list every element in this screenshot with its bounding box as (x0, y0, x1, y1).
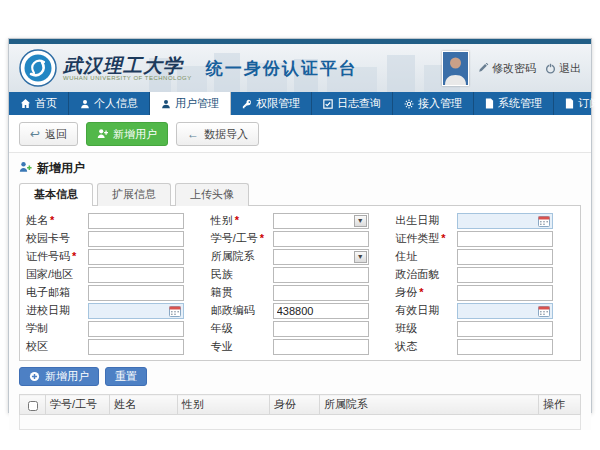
status-field[interactable] (457, 339, 553, 355)
form-cell-country: 国家/地区 (26, 266, 207, 283)
pencil-icon (478, 63, 489, 74)
submit-add-user-button[interactable]: 新增用户 (19, 367, 99, 386)
nav-item-system[interactable]: 系统管理 (474, 92, 554, 115)
form-cell-email: 电子邮箱 (26, 284, 207, 301)
email-label: 电子邮箱 (26, 285, 88, 300)
address-field[interactable] (457, 249, 553, 265)
nav-item-subscription[interactable]: 订阅管理 (554, 92, 600, 115)
form-cell-department: 所属院系▼ (211, 248, 392, 265)
form-cell-id-type: 证件类型* (395, 230, 576, 247)
campus-field[interactable] (88, 339, 184, 355)
add-user-toolbar-button[interactable]: 新增用户 (86, 122, 168, 146)
entry-date-field[interactable] (88, 303, 184, 319)
department-select[interactable]: ▼ (273, 249, 369, 265)
logout-label: 退出 (559, 61, 581, 76)
id-type-label: 证件类型* (395, 231, 457, 246)
nav-item-permissions[interactable]: 权限管理 (231, 92, 312, 115)
chevron-down-icon[interactable]: ▼ (354, 215, 367, 227)
political-status-label: 政治面貌 (395, 267, 457, 282)
header: 武汉理工大学 WUHAN UNIVERSITY OF TECHNOLOGY 统一… (9, 44, 591, 92)
tab-extended-info[interactable]: 扩展信息 (97, 183, 171, 206)
gender-select[interactable]: ▼ (273, 213, 369, 229)
postal-code-field[interactable] (273, 303, 369, 319)
form-actions: 新增用户 重置 (9, 361, 591, 391)
form-cell-status: 状态 (395, 338, 576, 355)
tab-basic-info[interactable]: 基本信息 (19, 183, 93, 206)
calendar-icon[interactable] (538, 215, 550, 227)
name-label: 姓名* (26, 213, 88, 228)
submit-add-user-label: 新增用户 (45, 369, 89, 384)
form-cell-grade: 年级 (211, 320, 392, 337)
reset-button[interactable]: 重置 (105, 367, 147, 386)
arrow-left-icon: ← (187, 128, 199, 140)
table-header-row: 学号/工号姓名性别身份所属院系操作 (20, 395, 581, 415)
check-square-icon (323, 99, 333, 109)
name-field[interactable] (88, 213, 184, 229)
birth-date-field[interactable] (457, 213, 553, 229)
email-field[interactable] (88, 285, 184, 301)
calendar-icon[interactable] (538, 305, 550, 317)
back-button[interactable]: ↩ 返回 (19, 122, 78, 146)
form-cell-class: 班级 (395, 320, 576, 337)
gender-label: 性别* (211, 213, 273, 228)
form-cell-valid-date: 有效日期 (395, 302, 576, 319)
nav-item-label: 个人信息 (94, 96, 138, 111)
native-place-field[interactable] (273, 285, 369, 301)
users-icon (161, 99, 171, 109)
home-icon (20, 98, 31, 109)
identity-label: 身份* (395, 285, 457, 300)
nav-item-logs[interactable]: 日志查询 (312, 92, 393, 115)
form-grid: 姓名*性别*▼出生日期校园卡号学号/工号*证件类型*证件号码*所属院系▼住址国家… (26, 212, 576, 355)
political-status-field[interactable] (457, 267, 553, 283)
nav-item-users[interactable]: 用户管理 (150, 92, 231, 115)
calendar-icon[interactable] (169, 305, 181, 317)
column-header: 学号/工号 (46, 395, 110, 415)
add-user-icon (97, 128, 108, 141)
id-type-field[interactable] (457, 231, 553, 247)
key-icon (242, 99, 252, 109)
birth-date-label: 出生日期 (395, 213, 457, 228)
campus-card-field[interactable] (88, 231, 184, 247)
grade-field[interactable] (273, 321, 369, 337)
nav-item-profile[interactable]: 个人信息 (69, 92, 150, 115)
tab-upload-avatar[interactable]: 上传头像 (175, 183, 249, 206)
required-asterisk: * (50, 214, 54, 226)
identity-field[interactable] (457, 285, 553, 301)
chevron-down-icon[interactable]: ▼ (354, 251, 367, 263)
country-label: 国家/地区 (26, 267, 88, 282)
add-user-toolbar-label: 新增用户 (113, 127, 157, 142)
education-length-field[interactable] (88, 321, 184, 337)
nav-item-access[interactable]: 接入管理 (393, 92, 474, 115)
change-password-link[interactable]: 修改密码 (478, 61, 536, 76)
form-cell-name: 姓名* (26, 212, 207, 229)
form-cell-id-number: 证件号码* (26, 248, 207, 265)
university-logo-icon (19, 49, 57, 87)
class-field[interactable] (457, 321, 553, 337)
logout-link[interactable]: 退出 (545, 61, 581, 76)
university-name: 武汉理工大学 (63, 55, 192, 75)
major-field[interactable] (273, 339, 369, 355)
student-id-field[interactable] (273, 231, 369, 247)
user-table: 学号/工号姓名性别身份所属院系操作 (19, 394, 581, 430)
select-all-checkbox[interactable] (28, 401, 38, 411)
form-cell-ethnicity: 民族 (211, 266, 392, 283)
student-id-label: 学号/工号* (211, 231, 273, 246)
nav-item-label: 首页 (35, 96, 57, 111)
gear-icon (404, 99, 414, 109)
column-header: 身份 (270, 395, 320, 415)
power-icon (545, 63, 556, 74)
nav-item-label: 日志查询 (337, 96, 381, 111)
nav-item-home[interactable]: 首页 (9, 92, 69, 115)
form-cell-native-place: 籍贯 (211, 284, 392, 301)
column-header: 操作 (539, 395, 581, 415)
valid-date-field[interactable] (457, 303, 553, 319)
country-field[interactable] (88, 267, 184, 283)
empty-cell (20, 415, 581, 430)
user-avatar[interactable] (442, 51, 469, 86)
ethnicity-field[interactable] (273, 267, 369, 283)
data-import-button[interactable]: ← 数据导入 (176, 122, 259, 146)
form-cell-campus-card: 校园卡号 (26, 230, 207, 247)
native-place-label: 籍贯 (211, 285, 273, 300)
id-number-field[interactable] (88, 249, 184, 265)
form-cell-birth-date: 出生日期 (395, 212, 576, 229)
